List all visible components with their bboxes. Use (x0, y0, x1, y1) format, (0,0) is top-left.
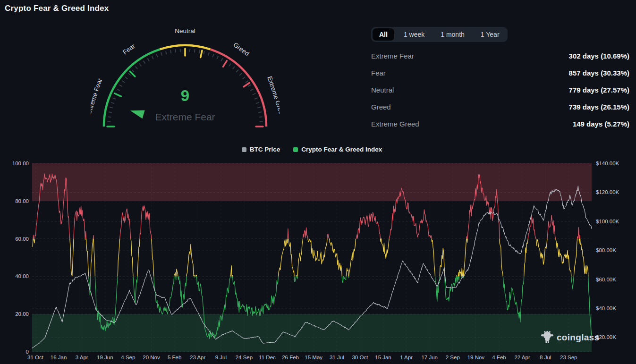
x-axis-tick: 1 Apr (400, 355, 413, 360)
fgi-line-segment (195, 276, 195, 277)
fgi-line-segment (381, 239, 382, 242)
x-axis-tick: 8 Jul (540, 355, 551, 360)
fgi-line-segment (32, 239, 33, 247)
fgi-line-segment (297, 239, 303, 277)
fgi-line-segment (70, 239, 74, 276)
fgi-line-segment (461, 276, 462, 278)
x-axis-tick: 17 Jun (421, 355, 438, 360)
fgi-line-segment (342, 276, 346, 283)
fgi-line-segment (330, 239, 342, 277)
fgi-line-segment (33, 235, 34, 239)
gauge-status-label: Extreme Fear (91, 111, 280, 123)
fgi-line-segment (176, 276, 176, 280)
fgi-line-segment (459, 270, 461, 277)
chart-band (32, 163, 592, 201)
y-axis-tick-right: $100.00K (596, 219, 619, 224)
stat-row-extreme-greed: Extreme Greed149 days (5.27%) (371, 115, 629, 132)
fgi-line-segment (297, 276, 297, 279)
x-axis-tick: 5 Feb (168, 355, 181, 360)
fgi-line-segment (120, 209, 131, 238)
time-range-tabs: All1 week1 month1 Year (371, 27, 508, 42)
gauge-ring-label: Fear (121, 42, 136, 56)
stat-label: Fear (371, 69, 386, 77)
x-axis-tick: 19 Jun (97, 355, 113, 360)
fgi-line-segment (232, 276, 232, 278)
fgi-line-segment (571, 276, 574, 289)
fgi-line-segment (580, 239, 588, 277)
x-axis-tick: 9 Jul (215, 355, 227, 360)
x-axis-tick: 11 Dec (259, 355, 276, 360)
fgi-line-segment (467, 239, 467, 243)
fgi-line-segment (91, 239, 93, 277)
y-axis-tick-right: $120.00K (596, 189, 619, 195)
gauge-accent-tick (130, 71, 135, 76)
legend-swatch (293, 147, 298, 152)
fgi-line-segment (288, 229, 288, 238)
x-axis-tick: 15 Jan (375, 355, 391, 360)
y-axis-tick-right: $80.00K (596, 247, 616, 253)
fgi-line-segment (577, 228, 579, 239)
coinglass-watermark: coinglass (541, 330, 599, 344)
legend-swatch (242, 147, 246, 152)
fgi-line-segment (547, 215, 556, 238)
stat-value: 149 days (5.27%) (573, 120, 629, 128)
stat-label: Greed (371, 103, 391, 111)
x-axis-tick: 31 Oct (27, 355, 44, 360)
fgi-line-segment (93, 235, 93, 238)
fgi-line-segment (233, 276, 279, 316)
chart-area[interactable]: 31 Oct16 Jan3 Apr19 Jun4 Sep20 Nov5 Feb2… (0, 156, 636, 364)
y-axis-tick-right: $40.00K (596, 305, 616, 311)
fgi-line-segment (278, 239, 288, 277)
x-axis-tick: 16 Jan (51, 355, 67, 360)
fgi-line-segment (579, 239, 579, 244)
fgi-line-segment (459, 276, 459, 280)
fgi-line-segment (528, 216, 536, 238)
tab-1-month[interactable]: 1 month (434, 28, 471, 41)
stat-label: Neutral (371, 86, 394, 94)
fgi-line-segment (34, 239, 34, 243)
stat-row-greed: Greed739 days (26.15%) (371, 98, 629, 115)
fgi-line-segment (118, 239, 119, 277)
tab-all[interactable]: All (373, 28, 394, 41)
fgi-line-segment (440, 248, 445, 277)
x-axis-tick: 31 Jul (330, 355, 344, 360)
stat-label: Extreme Fear (371, 52, 414, 60)
fgi-line-segment (500, 239, 503, 277)
fgi-line-segment (524, 239, 528, 277)
stats-panel: Extreme Fear302 days (10.69%)Fear857 day… (371, 47, 629, 132)
x-axis-tick: 4 Sep (121, 355, 135, 360)
fgi-line-segment (574, 239, 577, 277)
fgi-line-segment (85, 231, 86, 239)
stat-value: 739 days (26.15%) (569, 103, 629, 111)
fgi-line-segment (435, 276, 440, 301)
legend-item-crypto-fear-greed-index[interactable]: Crypto Fear & Greed Index (293, 146, 382, 153)
x-axis-tick: 30 Oct (352, 355, 368, 360)
tab-1-week[interactable]: 1 week (397, 28, 431, 41)
fgi-line-segment (232, 275, 233, 276)
y-axis-tick-left: 80.00 (15, 198, 29, 204)
gauge-value: 9 (91, 87, 280, 105)
stat-row-extreme-fear: Extreme Fear302 days (10.69%) (371, 47, 629, 64)
fgi-line-segment (457, 276, 458, 282)
stat-label: Extreme Greed (371, 120, 419, 128)
stat-value: 302 days (10.69%) (569, 52, 629, 60)
fgi-line-segment (296, 275, 297, 277)
fgi-line-segment (93, 239, 95, 277)
fgi-line-segment (152, 239, 154, 277)
fgi-line-segment (461, 268, 462, 276)
fgi-line-segment (176, 269, 178, 277)
gauge-ring-label: Neutral (175, 27, 195, 34)
legend-label: Crypto Fear & Greed Index (301, 146, 382, 153)
y-axis-tick-left: 40.00 (15, 273, 29, 279)
y-axis-tick-right: $60.00K (596, 277, 616, 282)
tab-1-year[interactable]: 1 Year (474, 28, 506, 41)
fgi-line-segment (137, 239, 140, 277)
coinglass-watermark-text: coinglass (557, 332, 599, 343)
x-axis-tick: 2 Sep (446, 355, 460, 360)
fgi-line-segment (187, 245, 195, 277)
fgi-line-segment (346, 268, 348, 276)
y-axis-tick-left: 60.00 (15, 236, 29, 242)
coinglass-logo-icon (541, 330, 553, 344)
gauge-accent-tick (223, 61, 227, 67)
legend-item-btc-price[interactable]: BTC Price (242, 146, 280, 153)
